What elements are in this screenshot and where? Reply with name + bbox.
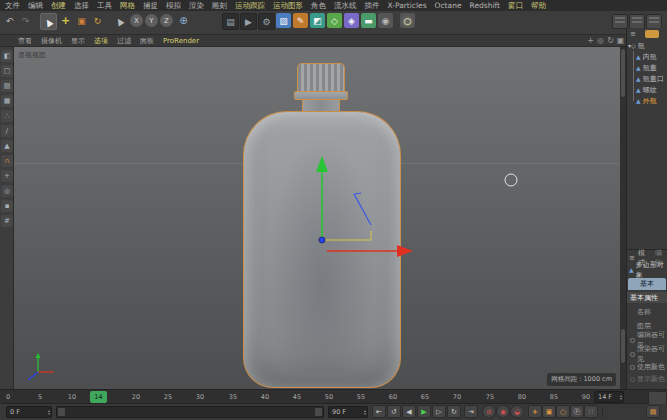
timeline-ruler[interactable]: 0 5 10 20 25 30 35 40 45 50 55 60 65 70 … [0, 389, 667, 404]
rotate-tool-icon[interactable]: ↻ [90, 13, 105, 28]
menu-snap[interactable]: 捕捉 [143, 0, 158, 11]
key-scale-icon[interactable]: ▣ [542, 405, 556, 418]
bottle-body[interactable] [243, 111, 401, 388]
grid-icon[interactable]: # [1, 215, 13, 227]
attr-row-use-color[interactable]: 使用颜色 [627, 361, 667, 373]
cube-primitive-icon[interactable]: ▧ [276, 13, 291, 28]
spinner-icon[interactable]: ▴▾ [48, 409, 50, 415]
render-picture-viewer-icon[interactable]: ▶ [240, 13, 257, 30]
scrollbar-thumb[interactable] [621, 329, 625, 363]
loop-icon[interactable]: ↻ [447, 405, 461, 418]
live-selection-icon[interactable]: ▲ [40, 13, 57, 30]
record-keyframe-icon[interactable]: ⊘ [482, 405, 496, 418]
rotate-view-icon[interactable]: ↻ [606, 36, 615, 45]
attr-row-renderer-visibility[interactable]: 渲染器可见 [627, 348, 667, 360]
menu-character[interactable]: 角色 [311, 0, 326, 11]
deformer-icon[interactable]: ◈ [344, 13, 359, 28]
scale-tool-icon[interactable]: ▣ [74, 13, 89, 28]
menu-tools[interactable]: 工具 [97, 0, 112, 11]
menu-octane[interactable]: Octane [435, 0, 462, 11]
key-parameter-icon[interactable]: Ⓟ [570, 405, 584, 418]
attr-row-display-color[interactable]: 显示颜色 [627, 373, 667, 385]
floor-icon[interactable]: ▬ [361, 13, 376, 28]
lock-z-icon[interactable]: Z [160, 14, 173, 27]
object-manager-badge[interactable] [645, 30, 659, 38]
make-editable-icon[interactable]: ◧ [1, 50, 13, 62]
menu-plugins[interactable]: 插件 [365, 0, 380, 11]
viewport-menu-cameras[interactable]: 摄像机 [41, 36, 62, 46]
scrollbar-thumb[interactable] [621, 49, 625, 97]
polygons-mode-icon[interactable]: ▲ [1, 140, 13, 152]
tab-basic[interactable]: 基本 [628, 278, 666, 290]
menu-mograph[interactable]: 运动图形 [273, 0, 303, 11]
menu-edit[interactable]: 编辑 [28, 0, 43, 11]
viewport-menu-filter[interactable]: 过滤 [117, 36, 131, 46]
subdivision-surface-icon[interactable]: ◩ [310, 13, 325, 28]
coordinate-system-icon[interactable]: ⊕ [176, 13, 191, 28]
pan-view-icon[interactable]: + [586, 36, 595, 45]
move-tool-icon[interactable]: + [58, 13, 73, 28]
timeline-corner-button[interactable] [648, 391, 667, 405]
spinner-icon[interactable]: ▴▾ [620, 394, 622, 400]
key-position-icon[interactable]: + [528, 405, 542, 418]
keyframe-selection-icon[interactable]: ◒ [510, 405, 524, 418]
tree-item[interactable]: ▲ 内瓶 [627, 51, 667, 62]
tree-item[interactable]: ▲ 螺纹 [627, 84, 667, 95]
spinner-icon[interactable]: ▴▾ [364, 409, 366, 415]
object-manager-menu-icon[interactable]: ≡ [630, 30, 636, 38]
tree-item-parent[interactable]: ▾ ◇ 瓶 [627, 40, 667, 51]
menu-select[interactable]: 选择 [74, 0, 89, 11]
lock-x-icon[interactable]: X [130, 14, 143, 27]
solo-mode-icon[interactable]: ◎ [1, 185, 13, 197]
model-mode-icon[interactable]: □ [1, 65, 13, 77]
snap-icon[interactable]: ∩ [1, 155, 13, 167]
menu-motion-tracker[interactable]: 运动跟踪 [235, 0, 265, 11]
camera-icon[interactable]: ◉ [378, 13, 393, 28]
lock-y-icon[interactable]: Y [145, 14, 158, 27]
prev-frame-icon[interactable]: ◀ [402, 405, 416, 418]
end-frame-field[interactable]: 90 F ▴▾ [328, 406, 368, 418]
autokey-icon[interactable]: ◉ [496, 405, 510, 418]
keyframe-dot-icon[interactable] [630, 365, 635, 370]
menu-simulate[interactable]: 模拟 [166, 0, 181, 11]
key-pla-icon[interactable]: ∷ [584, 405, 598, 418]
lock-icon[interactable]: ▪ [1, 200, 13, 212]
layout-button-2[interactable] [629, 14, 645, 29]
menu-redshift[interactable]: Redshift [470, 0, 500, 11]
timeline-playhead[interactable]: 14 [90, 391, 107, 403]
layout-button-3[interactable] [646, 14, 662, 29]
render-settings-icon[interactable]: ⚙ [258, 13, 275, 30]
menu-window[interactable]: 窗口 [508, 0, 523, 11]
viewport-menu-display[interactable]: 显示 [71, 36, 85, 46]
goto-end-icon[interactable]: ⇥ [464, 405, 478, 418]
points-mode-icon[interactable]: ∴ [1, 110, 13, 122]
tree-item[interactable]: ▲ 瓶盖 [627, 62, 667, 73]
menu-create[interactable]: 创建 [51, 0, 66, 11]
menu-pipeline[interactable]: 流水线 [334, 0, 357, 11]
toggle-view-icon[interactable]: ▣ [616, 36, 625, 45]
tree-item-selected[interactable]: ▲ 外瓶 [627, 95, 667, 106]
goto-start-icon[interactable]: ⇤ [372, 405, 386, 418]
menu-mesh[interactable]: 网格 [120, 0, 135, 11]
viewport-menu-view[interactable]: 查看 [18, 36, 32, 46]
workplane-mode-icon[interactable]: ▦ [1, 95, 13, 107]
render-view-icon[interactable]: ▤ [222, 13, 239, 30]
key-rotation-icon[interactable]: ○ [556, 405, 570, 418]
play-backward-icon[interactable]: ↺ [387, 405, 401, 418]
edges-mode-icon[interactable]: ∕ [1, 125, 13, 137]
layout-button-1[interactable] [612, 14, 628, 29]
keyframe-dot-icon[interactable] [630, 352, 635, 357]
texture-mode-icon[interactable]: ▨ [1, 80, 13, 92]
start-frame-field[interactable]: 0 F ▴▾ [6, 406, 52, 418]
current-frame-field[interactable]: 14 F ▴▾ [594, 391, 624, 403]
attr-row-name[interactable]: 名称 [627, 306, 667, 318]
range-grip-right[interactable] [315, 408, 322, 416]
undo-icon[interactable]: ↶ [2, 13, 17, 28]
perspective-viewport[interactable]: 透视视图 网格间距 : 1000 cm [14, 47, 620, 389]
array-generator-icon[interactable]: ◇ [327, 13, 342, 28]
timeline-range-slider[interactable] [56, 406, 324, 418]
animation-palette-icon[interactable]: ▤ [646, 405, 660, 418]
menu-render[interactable]: 渲染 [189, 0, 204, 11]
last-tool-icon[interactable]: ▲ [112, 13, 127, 28]
attributes-section-header[interactable]: 基本属性 [627, 292, 667, 303]
